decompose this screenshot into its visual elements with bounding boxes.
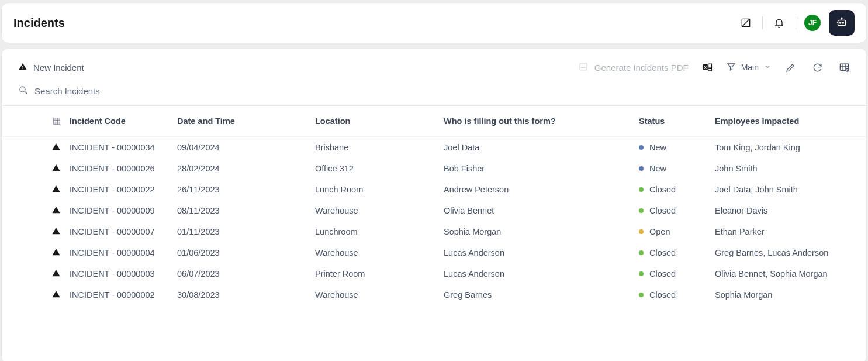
svg-rect-7: [580, 63, 587, 70]
user-avatar[interactable]: JF: [804, 15, 821, 31]
status-dot-icon: [639, 145, 644, 150]
th-location[interactable]: Location: [315, 116, 444, 126]
status-dot-icon: [639, 271, 644, 276]
cell-datetime: 08/11/2023: [177, 206, 315, 215]
divider: [796, 16, 796, 29]
filter-dropdown[interactable]: Main: [726, 61, 772, 74]
status-text: Closed: [649, 269, 676, 279]
status-dot-icon: [639, 166, 644, 171]
chevron-down-icon: [763, 63, 772, 73]
table-header: Incident Code Date and Time Location Who…: [2, 106, 866, 137]
cell-status: New: [639, 164, 715, 173]
cell-datetime: 09/04/2024: [177, 143, 315, 152]
grid-column-icon[interactable]: [44, 117, 70, 125]
incident-row-icon: [51, 205, 62, 216]
svg-text:X: X: [704, 66, 707, 70]
cell-impacted: Sophia Morgan: [715, 290, 866, 300]
cell-filler: Joel Data: [444, 143, 639, 152]
cell-datetime: 30/08/2023: [177, 290, 315, 300]
pdf-icon: [578, 61, 589, 74]
th-datetime[interactable]: Date and Time: [177, 116, 315, 126]
status-text: Closed: [649, 185, 676, 194]
generate-pdf-button[interactable]: Generate Incidents PDF: [578, 61, 689, 74]
cell-location: Warehouse: [315, 290, 444, 300]
table-row[interactable]: INCIDENT - 00000022 26/11/2023 Lunch Roo…: [2, 179, 866, 200]
incident-row-icon: [51, 247, 62, 258]
page-title: Incidents: [13, 16, 65, 30]
cell-impacted: Tom King, Jordan King: [715, 143, 866, 152]
th-impacted[interactable]: Employees Impacted: [715, 116, 866, 126]
incidents-table: Incident Code Date and Time Location Who…: [2, 106, 866, 305]
table-row[interactable]: INCIDENT - 00000007 01/11/2023 Lunchroom…: [2, 221, 866, 242]
svg-point-2: [840, 22, 841, 23]
cell-status: New: [639, 143, 715, 152]
cell-filler: Lucas Anderson: [444, 269, 639, 279]
status-text: Closed: [649, 206, 676, 215]
cell-location: Brisbane: [315, 143, 444, 152]
cell-filler: Andrew Peterson: [444, 185, 639, 194]
incident-row-icon: [51, 163, 62, 174]
cell-location: Warehouse: [315, 248, 444, 257]
top-bar: Incidents JF: [1, 2, 867, 43]
cell-datetime: 06/07/2023: [177, 269, 315, 279]
new-incident-label: New Incident: [33, 63, 84, 73]
incident-row-icon: [51, 184, 62, 195]
cell-code: INCIDENT - 00000034: [70, 143, 177, 152]
status-text: Open: [649, 227, 670, 236]
notifications-icon[interactable]: [771, 15, 787, 31]
cell-filler: Olivia Bennet: [444, 206, 639, 215]
search-icon: [18, 85, 29, 97]
generate-pdf-label: Generate Incidents PDF: [594, 63, 689, 73]
cell-filler: Greg Barnes: [444, 290, 639, 300]
status-dot-icon: [639, 187, 644, 192]
cell-impacted: Joel Data, John Smith: [715, 185, 866, 194]
cell-location: Lunchroom: [315, 227, 444, 236]
status-text: Closed: [649, 290, 676, 300]
export-excel-icon[interactable]: X: [699, 59, 715, 75]
filter-icon: [726, 61, 736, 74]
activity-icon[interactable]: [738, 15, 754, 31]
th-filler[interactable]: Who is filling out this form?: [444, 116, 639, 126]
svg-point-13: [20, 87, 25, 92]
table-settings-icon[interactable]: [836, 59, 852, 75]
cell-location: Lunch Room: [315, 185, 444, 194]
status-text: New: [649, 143, 666, 152]
th-code[interactable]: Incident Code: [70, 116, 177, 126]
cell-impacted: Ethan Parker: [715, 227, 866, 236]
svg-rect-6: [22, 68, 23, 68]
table-row[interactable]: INCIDENT - 00000034 09/04/2024 Brisbane …: [2, 137, 866, 158]
incident-row-icon: [51, 290, 62, 300]
cell-status: Closed: [639, 269, 715, 279]
cell-code: INCIDENT - 00000026: [70, 164, 177, 173]
chatbot-button[interactable]: [829, 10, 855, 36]
cell-code: INCIDENT - 00000003: [70, 269, 177, 279]
cell-code: INCIDENT - 00000004: [70, 248, 177, 257]
search-input[interactable]: [34, 86, 210, 96]
cell-location: Office 312: [315, 164, 444, 173]
cell-location: Warehouse: [315, 206, 444, 215]
cell-impacted: Olivia Bennet, Sophia Morgan: [715, 269, 866, 279]
svg-rect-1: [838, 20, 846, 25]
edit-icon[interactable]: [782, 59, 798, 75]
cell-datetime: 01/06/2023: [177, 248, 315, 257]
status-dot-icon: [639, 208, 644, 213]
status-dot-icon: [639, 293, 644, 297]
table-row[interactable]: INCIDENT - 00000009 08/11/2023 Warehouse…: [2, 200, 866, 221]
status-text: New: [649, 164, 666, 173]
cell-code: INCIDENT - 00000022: [70, 185, 177, 194]
table-row[interactable]: INCIDENT - 00000026 28/02/2024 Office 31…: [2, 158, 866, 179]
cell-filler: Bob Fisher: [444, 164, 639, 173]
refresh-icon[interactable]: [809, 59, 825, 75]
warning-triangle-icon: [18, 62, 27, 73]
new-incident-button[interactable]: New Incident: [18, 62, 84, 73]
cell-code: INCIDENT - 00000002: [70, 290, 177, 300]
status-text: Closed: [649, 248, 676, 257]
th-status[interactable]: Status: [639, 116, 715, 126]
table-row[interactable]: INCIDENT - 00000003 06/07/2023 Printer R…: [2, 263, 866, 284]
status-dot-icon: [639, 229, 644, 234]
cell-impacted: Eleanor Davis: [715, 206, 866, 215]
table-row[interactable]: INCIDENT - 00000004 01/06/2023 Warehouse…: [2, 242, 866, 263]
incident-row-icon: [51, 226, 62, 237]
divider: [762, 16, 763, 29]
table-row[interactable]: INCIDENT - 00000002 30/08/2023 Warehouse…: [2, 284, 866, 305]
